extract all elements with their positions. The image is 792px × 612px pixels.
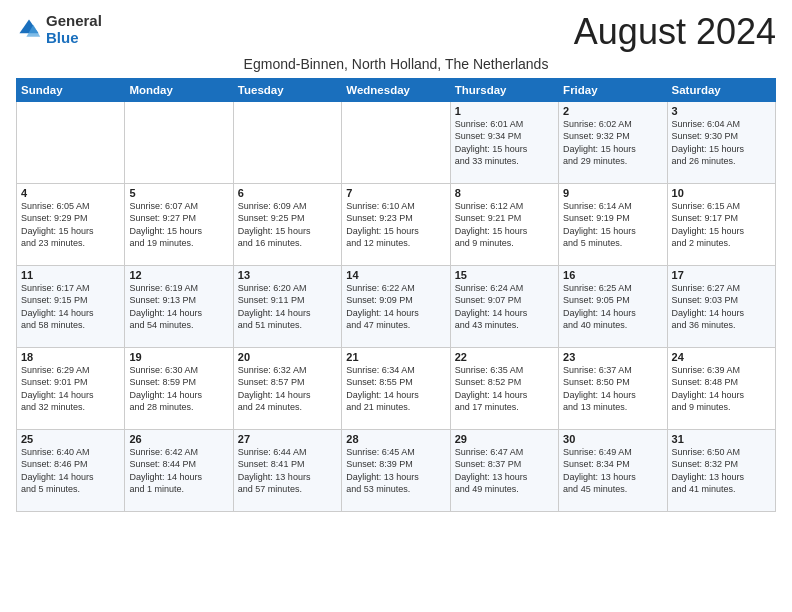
col-tuesday: Tuesday — [233, 78, 341, 101]
calendar-cell: 17Sunrise: 6:27 AM Sunset: 9:03 PM Dayli… — [667, 265, 775, 347]
page: General Blue August 2024 Egmond-Binnen, … — [0, 0, 792, 522]
day-info: Sunrise: 6:50 AM Sunset: 8:32 PM Dayligh… — [672, 446, 771, 496]
calendar-cell: 31Sunrise: 6:50 AM Sunset: 8:32 PM Dayli… — [667, 429, 775, 511]
col-friday: Friday — [559, 78, 667, 101]
day-info: Sunrise: 6:40 AM Sunset: 8:46 PM Dayligh… — [21, 446, 120, 496]
week-row-0: 1Sunrise: 6:01 AM Sunset: 9:34 PM Daylig… — [17, 101, 776, 183]
day-info: Sunrise: 6:34 AM Sunset: 8:55 PM Dayligh… — [346, 364, 445, 414]
day-info: Sunrise: 6:14 AM Sunset: 9:19 PM Dayligh… — [563, 200, 662, 250]
calendar-cell: 29Sunrise: 6:47 AM Sunset: 8:37 PM Dayli… — [450, 429, 558, 511]
calendar-cell: 24Sunrise: 6:39 AM Sunset: 8:48 PM Dayli… — [667, 347, 775, 429]
day-number: 7 — [346, 187, 445, 199]
calendar-header: Sunday Monday Tuesday Wednesday Thursday… — [17, 78, 776, 101]
calendar-cell: 6Sunrise: 6:09 AM Sunset: 9:25 PM Daylig… — [233, 183, 341, 265]
day-number: 1 — [455, 105, 554, 117]
day-number: 25 — [21, 433, 120, 445]
calendar-body: 1Sunrise: 6:01 AM Sunset: 9:34 PM Daylig… — [17, 101, 776, 511]
calendar-cell: 18Sunrise: 6:29 AM Sunset: 9:01 PM Dayli… — [17, 347, 125, 429]
day-number: 21 — [346, 351, 445, 363]
month-title: August 2024 — [574, 12, 776, 52]
calendar-cell: 25Sunrise: 6:40 AM Sunset: 8:46 PM Dayli… — [17, 429, 125, 511]
col-monday: Monday — [125, 78, 233, 101]
calendar-cell: 28Sunrise: 6:45 AM Sunset: 8:39 PM Dayli… — [342, 429, 450, 511]
day-info: Sunrise: 6:24 AM Sunset: 9:07 PM Dayligh… — [455, 282, 554, 332]
day-number: 22 — [455, 351, 554, 363]
day-number: 31 — [672, 433, 771, 445]
calendar-cell: 16Sunrise: 6:25 AM Sunset: 9:05 PM Dayli… — [559, 265, 667, 347]
day-info: Sunrise: 6:02 AM Sunset: 9:32 PM Dayligh… — [563, 118, 662, 168]
col-saturday: Saturday — [667, 78, 775, 101]
day-number: 9 — [563, 187, 662, 199]
subtitle: Egmond-Binnen, North Holland, The Nether… — [16, 56, 776, 72]
logo: General Blue — [16, 12, 102, 47]
week-row-2: 11Sunrise: 6:17 AM Sunset: 9:15 PM Dayli… — [17, 265, 776, 347]
day-info: Sunrise: 6:22 AM Sunset: 9:09 PM Dayligh… — [346, 282, 445, 332]
logo-blue: Blue — [46, 29, 79, 46]
col-wednesday: Wednesday — [342, 78, 450, 101]
day-info: Sunrise: 6:47 AM Sunset: 8:37 PM Dayligh… — [455, 446, 554, 496]
day-number: 23 — [563, 351, 662, 363]
day-info: Sunrise: 6:42 AM Sunset: 8:44 PM Dayligh… — [129, 446, 228, 496]
day-info: Sunrise: 6:01 AM Sunset: 9:34 PM Dayligh… — [455, 118, 554, 168]
calendar-cell: 27Sunrise: 6:44 AM Sunset: 8:41 PM Dayli… — [233, 429, 341, 511]
day-number: 27 — [238, 433, 337, 445]
day-number: 16 — [563, 269, 662, 281]
day-number: 15 — [455, 269, 554, 281]
calendar-cell: 30Sunrise: 6:49 AM Sunset: 8:34 PM Dayli… — [559, 429, 667, 511]
calendar-cell: 20Sunrise: 6:32 AM Sunset: 8:57 PM Dayli… — [233, 347, 341, 429]
calendar-cell — [233, 101, 341, 183]
day-number: 29 — [455, 433, 554, 445]
day-number: 3 — [672, 105, 771, 117]
day-info: Sunrise: 6:27 AM Sunset: 9:03 PM Dayligh… — [672, 282, 771, 332]
calendar-cell — [342, 101, 450, 183]
calendar-cell: 11Sunrise: 6:17 AM Sunset: 9:15 PM Dayli… — [17, 265, 125, 347]
calendar-cell: 26Sunrise: 6:42 AM Sunset: 8:44 PM Dayli… — [125, 429, 233, 511]
day-info: Sunrise: 6:35 AM Sunset: 8:52 PM Dayligh… — [455, 364, 554, 414]
calendar-cell — [17, 101, 125, 183]
day-info: Sunrise: 6:09 AM Sunset: 9:25 PM Dayligh… — [238, 200, 337, 250]
day-info: Sunrise: 6:25 AM Sunset: 9:05 PM Dayligh… — [563, 282, 662, 332]
calendar-table: Sunday Monday Tuesday Wednesday Thursday… — [16, 78, 776, 512]
day-number: 10 — [672, 187, 771, 199]
calendar-cell: 15Sunrise: 6:24 AM Sunset: 9:07 PM Dayli… — [450, 265, 558, 347]
day-info: Sunrise: 6:17 AM Sunset: 9:15 PM Dayligh… — [21, 282, 120, 332]
day-number: 6 — [238, 187, 337, 199]
day-info: Sunrise: 6:10 AM Sunset: 9:23 PM Dayligh… — [346, 200, 445, 250]
calendar-cell: 3Sunrise: 6:04 AM Sunset: 9:30 PM Daylig… — [667, 101, 775, 183]
day-info: Sunrise: 6:44 AM Sunset: 8:41 PM Dayligh… — [238, 446, 337, 496]
calendar-cell: 12Sunrise: 6:19 AM Sunset: 9:13 PM Dayli… — [125, 265, 233, 347]
calendar-cell: 2Sunrise: 6:02 AM Sunset: 9:32 PM Daylig… — [559, 101, 667, 183]
day-number: 4 — [21, 187, 120, 199]
day-info: Sunrise: 6:12 AM Sunset: 9:21 PM Dayligh… — [455, 200, 554, 250]
day-number: 14 — [346, 269, 445, 281]
day-info: Sunrise: 6:30 AM Sunset: 8:59 PM Dayligh… — [129, 364, 228, 414]
calendar-cell: 1Sunrise: 6:01 AM Sunset: 9:34 PM Daylig… — [450, 101, 558, 183]
calendar-cell: 8Sunrise: 6:12 AM Sunset: 9:21 PM Daylig… — [450, 183, 558, 265]
day-info: Sunrise: 6:45 AM Sunset: 8:39 PM Dayligh… — [346, 446, 445, 496]
day-info: Sunrise: 6:49 AM Sunset: 8:34 PM Dayligh… — [563, 446, 662, 496]
day-info: Sunrise: 6:37 AM Sunset: 8:50 PM Dayligh… — [563, 364, 662, 414]
calendar-cell — [125, 101, 233, 183]
calendar-cell: 21Sunrise: 6:34 AM Sunset: 8:55 PM Dayli… — [342, 347, 450, 429]
calendar-cell: 9Sunrise: 6:14 AM Sunset: 9:19 PM Daylig… — [559, 183, 667, 265]
calendar-cell: 4Sunrise: 6:05 AM Sunset: 9:29 PM Daylig… — [17, 183, 125, 265]
day-info: Sunrise: 6:39 AM Sunset: 8:48 PM Dayligh… — [672, 364, 771, 414]
day-info: Sunrise: 6:07 AM Sunset: 9:27 PM Dayligh… — [129, 200, 228, 250]
day-number: 8 — [455, 187, 554, 199]
day-number: 30 — [563, 433, 662, 445]
calendar-cell: 5Sunrise: 6:07 AM Sunset: 9:27 PM Daylig… — [125, 183, 233, 265]
day-info: Sunrise: 6:19 AM Sunset: 9:13 PM Dayligh… — [129, 282, 228, 332]
day-number: 28 — [346, 433, 445, 445]
day-info: Sunrise: 6:05 AM Sunset: 9:29 PM Dayligh… — [21, 200, 120, 250]
day-info: Sunrise: 6:29 AM Sunset: 9:01 PM Dayligh… — [21, 364, 120, 414]
calendar-cell: 10Sunrise: 6:15 AM Sunset: 9:17 PM Dayli… — [667, 183, 775, 265]
day-number: 17 — [672, 269, 771, 281]
day-info: Sunrise: 6:20 AM Sunset: 9:11 PM Dayligh… — [238, 282, 337, 332]
week-row-3: 18Sunrise: 6:29 AM Sunset: 9:01 PM Dayli… — [17, 347, 776, 429]
calendar-cell: 7Sunrise: 6:10 AM Sunset: 9:23 PM Daylig… — [342, 183, 450, 265]
day-info: Sunrise: 6:15 AM Sunset: 9:17 PM Dayligh… — [672, 200, 771, 250]
header-row: Sunday Monday Tuesday Wednesday Thursday… — [17, 78, 776, 101]
logo-general: General — [46, 12, 102, 29]
day-number: 26 — [129, 433, 228, 445]
day-number: 20 — [238, 351, 337, 363]
